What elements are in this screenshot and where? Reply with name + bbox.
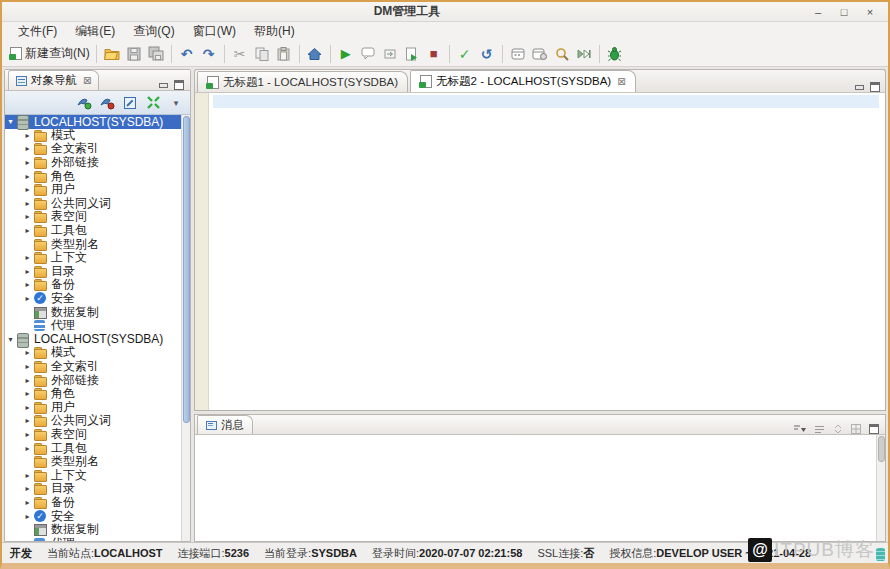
message-body[interactable] [195, 435, 885, 541]
expand-arrow-icon[interactable] [22, 294, 33, 303]
close-button[interactable]: × [864, 3, 876, 21]
tree-node[interactable]: 目录 [5, 265, 190, 279]
grid-view-icon[interactable] [851, 424, 861, 434]
tree-root-connection-1[interactable]: LOCALHOST(SYSDBA) [5, 115, 190, 129]
save-button[interactable] [123, 43, 145, 65]
tab-object-navigator[interactable]: 对象导航 ⊠ [8, 70, 99, 90]
expand-arrow-icon[interactable] [22, 403, 33, 412]
maximize-panel-icon[interactable] [174, 80, 184, 90]
tree-node[interactable]: 数据复制 [5, 305, 190, 319]
run-button[interactable]: ▶ [335, 43, 357, 65]
minimize-panel-icon[interactable] [854, 83, 864, 92]
menu-item[interactable]: 编辑(E) [67, 22, 123, 41]
tree-node[interactable]: 角色 [5, 387, 190, 401]
maximize-panel-icon[interactable] [869, 424, 879, 434]
tree-node[interactable]: 上下文 [5, 468, 190, 482]
tab-messages[interactable]: 消息 [197, 415, 253, 434]
expand-arrow-icon[interactable] [22, 253, 33, 262]
edit-connection-button[interactable] [122, 95, 138, 111]
expand-arrow-icon[interactable] [22, 471, 33, 480]
tree-node[interactable]: 外部链接 [5, 156, 190, 170]
maximize-button[interactable]: □ [838, 3, 850, 21]
paste-button[interactable] [273, 43, 295, 65]
minimize-panel-icon[interactable] [158, 81, 168, 90]
expand-arrow-icon[interactable] [22, 267, 33, 276]
tree-node[interactable]: 类型别名 [5, 237, 190, 251]
stop-button[interactable]: ■ [423, 43, 445, 65]
expand-arrow-icon[interactable] [22, 158, 33, 167]
tree-node[interactable]: 类型别名 [5, 455, 190, 469]
scrollbar-thumb[interactable] [183, 116, 190, 423]
editor-text-area[interactable] [209, 93, 885, 410]
expand-arrow-icon[interactable] [22, 444, 33, 453]
disconnect-database-button[interactable] [99, 95, 115, 111]
step-execute-button[interactable] [573, 43, 595, 65]
expand-arrow-icon[interactable] [22, 484, 33, 493]
sql-assistant-button[interactable] [551, 43, 573, 65]
expand-arrow-icon[interactable] [22, 226, 33, 235]
tree-node[interactable]: 备份 [5, 496, 190, 510]
expand-arrow-icon[interactable] [22, 512, 33, 521]
expand-arrow-icon[interactable] [22, 185, 33, 194]
expand-arrow-icon[interactable] [22, 280, 33, 289]
tree-node[interactable]: 上下文 [5, 251, 190, 265]
expand-arrow-icon[interactable] [22, 131, 33, 140]
expand-arrow-icon[interactable] [22, 430, 33, 439]
expand-arrow-icon[interactable] [22, 362, 33, 371]
redo-button[interactable]: ↷ [198, 43, 220, 65]
commit-button[interactable]: ✓ [454, 43, 476, 65]
scrollbar-thumb[interactable] [878, 436, 885, 462]
tree-node[interactable]: 目录 [5, 482, 190, 496]
menu-item[interactable]: 帮助(H) [246, 22, 303, 41]
menu-item[interactable]: 文件(F) [10, 22, 65, 41]
collapse-arrow-icon[interactable] [5, 335, 16, 344]
expand-arrow-icon[interactable] [22, 389, 33, 398]
cut-button[interactable]: ✂ [229, 43, 251, 65]
expand-arrow-icon[interactable] [22, 212, 33, 221]
collapse-all-button[interactable] [145, 95, 161, 111]
expand-arrow-icon[interactable] [22, 348, 33, 357]
home-button[interactable] [304, 43, 326, 65]
tree-node[interactable]: 表空间 [5, 428, 190, 442]
connect-database-button[interactable] [76, 95, 92, 111]
execute-to-cursor-button[interactable] [357, 43, 379, 65]
new-query-button[interactable]: 新建查询(N) [8, 43, 92, 65]
collapse-arrow-icon[interactable] [5, 117, 16, 126]
save-all-button[interactable] [145, 43, 167, 65]
execute-script-button[interactable] [401, 43, 423, 65]
transaction-settings-button[interactable] [529, 43, 551, 65]
expand-arrow-icon[interactable] [22, 416, 33, 425]
transaction-mode-button[interactable] [507, 43, 529, 65]
expand-arrow-icon[interactable] [22, 199, 33, 208]
maximize-panel-icon[interactable] [870, 82, 880, 92]
tree-node[interactable]: 公共同义词 [5, 414, 190, 428]
menu-item[interactable]: 查询(Q) [125, 22, 182, 41]
view-menu-button[interactable]: ▾ [168, 95, 184, 111]
tree-node[interactable]: 备份 [5, 278, 190, 292]
list-lines-icon[interactable] [814, 425, 825, 434]
expand-arrow-icon[interactable] [22, 144, 33, 153]
expand-arrow-icon[interactable] [22, 376, 33, 385]
tree-node[interactable]: 外部链接 [5, 373, 190, 387]
expand-arrow-icon[interactable] [22, 172, 33, 181]
tab-untitled-2[interactable]: 无标题2 - LOCALHOST(SYSDBA) ⊠ [410, 70, 635, 92]
tree-root-connection-2[interactable]: LOCALHOST(SYSDBA) [5, 333, 190, 347]
menu-item[interactable]: 窗口(W) [185, 22, 244, 41]
copy-button[interactable] [251, 43, 273, 65]
close-tab-icon[interactable]: ⊠ [83, 75, 91, 86]
tree-node[interactable]: 数据复制 [5, 523, 190, 537]
sql-editor[interactable] [194, 92, 886, 411]
re-execute-button[interactable] [379, 43, 401, 65]
rollback-button[interactable]: ↺ [476, 43, 498, 65]
message-scrollbar[interactable] [876, 435, 885, 541]
undo-button[interactable]: ↶ [176, 43, 198, 65]
scroll-lock-icon[interactable] [833, 424, 843, 434]
tree-node[interactable]: 代理 [5, 319, 190, 333]
tab-untitled-1[interactable]: 无标题1 - LOCALHOST(SYSDBA) [197, 71, 408, 92]
open-button[interactable] [101, 43, 123, 65]
pin-filter-icon[interactable] [793, 424, 806, 434]
tree-node[interactable]: 表空间 [5, 210, 190, 224]
minimize-button[interactable]: – [812, 3, 824, 21]
expand-arrow-icon[interactable] [22, 498, 33, 507]
tree-scrollbar[interactable] [181, 115, 190, 541]
